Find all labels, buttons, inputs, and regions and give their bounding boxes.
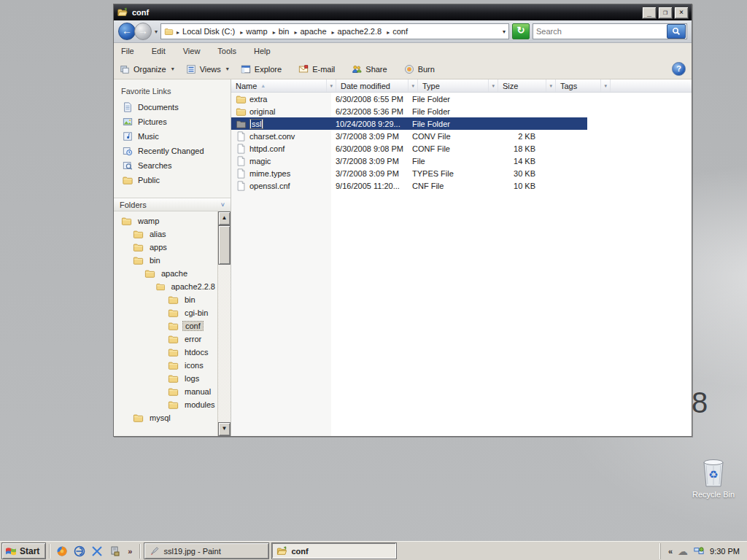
forward-button[interactable]: → <box>134 23 152 40</box>
column-dropdown-icon[interactable]: ▾ <box>600 79 610 92</box>
breadcrumb-segment[interactable]: apache2.2.8 <box>336 27 384 36</box>
search-input[interactable] <box>533 27 666 36</box>
column-header-label: Name <box>236 82 257 90</box>
file-icon <box>236 156 247 166</box>
help-button[interactable]: ? <box>672 62 686 76</box>
breadcrumb[interactable]: ▸Local Disk (C:) ▸wamp ▸bin ▸apache ▸apa… <box>160 23 509 39</box>
tree-item[interactable]: bin <box>114 293 217 306</box>
scrollbar-track[interactable] <box>218 265 231 422</box>
tree-item[interactable]: bin <box>114 254 217 267</box>
file-row[interactable]: openssl.cnf 9/16/2005 11:20... CNF File … <box>231 179 587 192</box>
column-header[interactable]: Tags ▾ <box>556 79 611 92</box>
quick-launch-icon[interactable] <box>91 545 103 557</box>
quick-launch-icon[interactable] <box>56 545 68 557</box>
chevron-down-icon[interactable]: ˅ <box>221 201 225 209</box>
quick-launch-icon[interactable] <box>74 545 85 557</box>
menu-item[interactable]: View <box>183 47 201 55</box>
file-name: mime.types <box>249 169 290 178</box>
column-header-label: Size <box>503 82 518 90</box>
tree-item[interactable]: apps <box>114 241 217 254</box>
column-header[interactable]: Type ▾ <box>418 79 498 92</box>
tree-item[interactable]: mysql <box>114 411 217 424</box>
tree-item[interactable]: error <box>114 332 217 346</box>
column-header[interactable]: Size ▾ <box>498 79 556 92</box>
favorite-link[interactable]: Pictures <box>114 114 231 129</box>
search-button[interactable] <box>667 24 686 39</box>
minimize-button[interactable]: _ <box>642 7 657 19</box>
menu-item[interactable]: File <box>121 47 134 55</box>
recycle-bin[interactable]: ♻ Recycle Bin <box>692 456 735 499</box>
file-name: openssl.cnf <box>249 182 290 190</box>
start-button[interactable]: Start <box>1 542 46 559</box>
tree-item[interactable]: htdocs <box>114 346 217 359</box>
network-icon[interactable] <box>693 546 705 556</box>
favorite-link[interactable]: Documents <box>114 100 231 114</box>
refresh-button[interactable]: ↻ <box>512 23 530 39</box>
tray-collapse-icon[interactable]: « <box>668 547 673 556</box>
tree-item[interactable]: logs <box>114 372 217 385</box>
toolbar-button[interactable]: Organize ▾ <box>120 64 174 74</box>
quick-launch-icon[interactable] <box>109 545 120 557</box>
favorite-link[interactable]: Public <box>114 173 231 187</box>
column-dropdown-icon[interactable]: ▾ <box>326 79 336 92</box>
scroll-up-icon[interactable]: ▲ <box>218 211 231 225</box>
tree-item[interactable]: wamp <box>114 214 217 228</box>
maximize-button[interactable]: ❐ <box>658 7 673 19</box>
toolbar-button[interactable]: Burn <box>404 64 440 74</box>
taskbar-clock[interactable]: 9:30 PM <box>710 547 740 556</box>
file-row[interactable]: httpd.conf 6/30/2008 9:08 PM CONF File 1… <box>231 142 587 155</box>
file-row[interactable]: charset.conv 3/7/2008 3:09 PM CONV File … <box>231 130 587 142</box>
breadcrumb-segment[interactable]: wamp <box>244 27 268 36</box>
file-row[interactable]: original 6/23/2008 5:36 PM File Folder <box>231 105 587 117</box>
tree-item[interactable]: apache <box>114 267 217 280</box>
file-size: 30 KB <box>483 169 541 178</box>
toolbar-button-label: Burn <box>418 65 435 74</box>
tree-item[interactable]: icons <box>114 359 217 372</box>
breadcrumb-dropdown-icon[interactable]: ▾ <box>411 28 506 35</box>
toolbar-button[interactable]: Views ▾ <box>186 64 229 74</box>
title-bar[interactable]: conf _ ❐ × <box>114 4 692 20</box>
menu-item[interactable]: Edit <box>152 47 166 55</box>
column-header[interactable]: Name ▲ ▾ <box>231 79 336 92</box>
breadcrumb-segment[interactable]: bin <box>277 27 291 36</box>
overflow-chevron-icon[interactable]: » <box>128 547 132 556</box>
tree-scrollbar[interactable]: ▲ ▼ <box>217 211 231 436</box>
breadcrumb-segments: ▸Local Disk (C:) ▸wamp ▸bin ▸apache ▸apa… <box>175 27 409 36</box>
breadcrumb-segment[interactable]: apache <box>298 27 328 36</box>
tree-item[interactable]: modules <box>114 398 217 411</box>
taskbar-task-button[interactable]: ssl19.jpg - Paint <box>144 542 269 559</box>
file-row[interactable]: ssl 10/24/2008 9:29... File Folder <box>231 117 587 130</box>
favorite-link[interactable]: Music <box>114 129 231 144</box>
tree-item[interactable]: apache2.2.8 <box>114 280 217 293</box>
column-dropdown-icon[interactable]: ▾ <box>488 79 498 92</box>
tree-item[interactable]: manual <box>114 385 217 398</box>
column-dropdown-icon[interactable]: ▾ <box>546 79 555 92</box>
tray-cloud-icon[interactable]: ☁ <box>678 545 688 557</box>
folders-band[interactable]: Folders ˅ <box>114 198 231 211</box>
rename-edit-box[interactable]: ssl <box>249 119 263 129</box>
file-row[interactable]: extra 6/30/2008 6:55 PM File Folder <box>231 93 587 105</box>
toolbar-button[interactable]: E-mail <box>298 64 340 74</box>
tree-folder-icon <box>168 386 179 397</box>
taskbar-task-button[interactable]: conf <box>271 542 397 559</box>
close-button[interactable]: × <box>674 7 689 19</box>
scrollbar-thumb[interactable] <box>218 225 231 265</box>
tree-item[interactable]: alias <box>114 228 217 241</box>
menu-item[interactable]: Tools <box>217 47 236 55</box>
history-dropdown-icon[interactable]: ▾ <box>155 28 158 35</box>
tree-item[interactable]: cgi-bin <box>114 306 217 319</box>
back-button[interactable]: ← <box>118 23 136 40</box>
favorite-link[interactable]: Recently Changed <box>114 144 231 158</box>
file-row[interactable]: mime.types 3/7/2008 3:09 PM TYPES File 3… <box>231 167 587 179</box>
column-header[interactable]: Date modified ▾ <box>336 79 418 92</box>
breadcrumb-segment[interactable]: conf <box>391 27 409 36</box>
column-dropdown-icon[interactable]: ▾ <box>408 79 417 92</box>
scroll-down-icon[interactable]: ▼ <box>218 422 231 436</box>
menu-item[interactable]: Help <box>254 47 271 55</box>
file-row[interactable]: magic 3/7/2008 3:09 PM File 14 KB <box>231 155 587 167</box>
favorite-link[interactable]: Searches <box>114 158 231 173</box>
breadcrumb-segment[interactable]: Local Disk (C:) <box>181 27 236 36</box>
tree-item[interactable]: conf <box>114 319 217 332</box>
toolbar-button[interactable]: Share <box>352 64 392 74</box>
toolbar-button[interactable]: Explore <box>241 64 287 74</box>
